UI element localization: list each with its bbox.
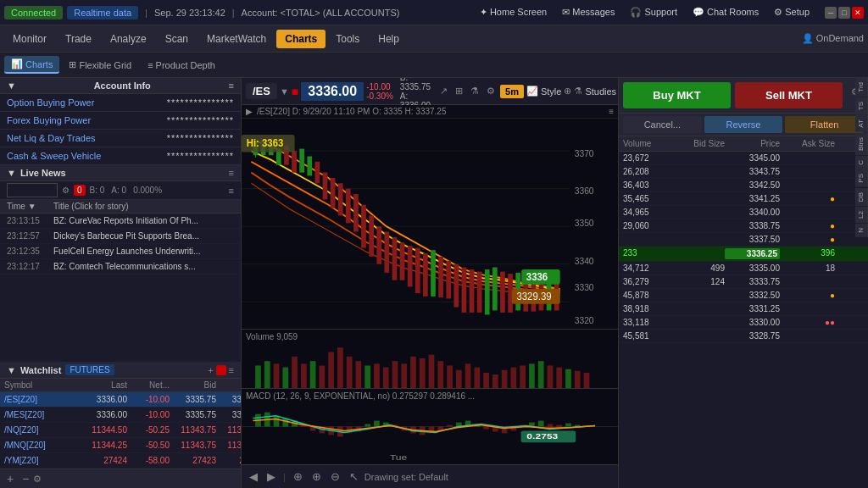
close-btn[interactable]: ✕	[852, 7, 864, 19]
wl-row-2[interactable]: /NQ[Z20] 11344.50 -50.25 11343.75 11344.…	[0, 423, 241, 438]
ob-ask-9	[780, 277, 835, 286]
nav-tools[interactable]: Tools	[327, 30, 368, 48]
chart-info-menu[interactable]: ≡	[609, 107, 614, 116]
ob-row-8[interactable]: 34,712 499 3335.00 18	[619, 262, 868, 275]
chart-symbol[interactable]: /ES	[246, 83, 277, 99]
chart-style-label[interactable]: Style	[541, 86, 561, 97]
setup-btn[interactable]: ⚙ Setup	[770, 5, 814, 19]
news-row-1[interactable]: 23:12:57 Dickey's Barbecue Pit Supports …	[0, 229, 241, 244]
wl-row-3[interactable]: /MNQ[Z20] 11344.25 -50.50 11343.75 11344…	[0, 438, 241, 453]
news-filter-icon[interactable]: ≡	[229, 186, 234, 196]
side-tab-l2[interactable]: L2	[855, 207, 868, 223]
news-search-input[interactable]	[7, 183, 58, 197]
news-row-0[interactable]: 23:13:15 BZ: CureVac Reports Initiation …	[0, 214, 241, 229]
chart-settings-icon[interactable]: ⚙	[484, 84, 498, 98]
chart-copy-icon[interactable]: ⊞	[453, 84, 465, 98]
watchlist-add-icon[interactable]: +	[208, 365, 213, 375]
cancel-button[interactable]: Cancel...	[623, 116, 702, 133]
live-news-collapse-icon[interactable]: ▼	[7, 168, 16, 178]
chart-cursor-icon[interactable]: ⊕	[564, 86, 571, 97]
chart-cursor2-icon[interactable]: ↖	[346, 469, 362, 485]
ob-row-5[interactable]: 29,060 3338.75 ●	[619, 219, 868, 233]
chart-next-icon[interactable]: ▶	[264, 469, 279, 485]
wl-row-1[interactable]: /MES[Z20] 3336.00 -10.00 3335.75 3336.00	[0, 408, 241, 423]
account-info-menu-icon[interactable]: ≡	[229, 80, 234, 91]
ob-row-13[interactable]: 45,581 3328.75	[619, 330, 868, 343]
ob-row-4[interactable]: 34,965 3340.00	[619, 206, 868, 219]
nav-help[interactable]: Help	[370, 30, 408, 48]
chat-rooms-btn[interactable]: 💬 Chat Rooms	[688, 5, 763, 19]
side-tab-ts[interactable]: TS	[855, 97, 868, 114]
chart-zoom-in-icon[interactable]: ⊕	[309, 469, 325, 485]
ob-row-7[interactable]: 233 3336.25 396	[619, 247, 868, 262]
connected-status[interactable]: Connected	[4, 6, 63, 19]
side-tab-trd[interactable]: Trd	[855, 78, 868, 97]
news-row-2[interactable]: 23:12:35 FuelCell Energy Launches Underw…	[0, 244, 241, 259]
news-gear-icon[interactable]: ⚙	[62, 186, 70, 195]
chart-zoom-out-icon[interactable]: ⊖	[327, 469, 343, 485]
ob-row-9[interactable]: 36,279 124 3333.75	[619, 275, 868, 289]
nav-charts[interactable]: Charts	[276, 30, 326, 48]
ob-row-6[interactable]: 3337.50 ●	[619, 233, 868, 247]
ob-row-12[interactable]: 33,118 3330.00 ●●	[619, 316, 868, 330]
side-tab-db[interactable]: DB	[855, 188, 868, 206]
left-add-icon[interactable]: +	[7, 472, 14, 485]
side-tab-ps[interactable]: PS	[855, 169, 868, 187]
wl-symbol-2: /NQ[Z20]	[4, 425, 72, 435]
ob-row-0[interactable]: 23,672 3345.00	[619, 152, 868, 165]
home-screen-btn[interactable]: ✦ Home Screen	[476, 5, 551, 19]
nav-analyze[interactable]: Analyze	[102, 30, 155, 48]
ob-row-11[interactable]: 38,918 3331.25	[619, 302, 868, 316]
wl-row-4[interactable]: /YM[Z20] 27424 -58.00 27423 27425	[0, 453, 241, 469]
chart-change-pct: -0.30%	[366, 92, 393, 101]
chart-timeframe-btn[interactable]: 5m	[500, 85, 524, 98]
side-tab-btns[interactable]: Btns	[855, 133, 868, 155]
realtime-btn[interactable]: Realtime data	[67, 6, 138, 19]
flatten-button[interactable]: Flatten	[785, 116, 864, 133]
sub-product-depth-btn[interactable]: ≡ Product Depth	[141, 58, 222, 73]
left-minus-icon[interactable]: −	[22, 472, 29, 485]
wl-row-0[interactable]: /ES[Z20] 3336.00 -10.00 3335.75 3336.00	[0, 392, 241, 408]
chart-flask-icon[interactable]: ⚗	[468, 84, 481, 98]
ondemand-btn[interactable]: 👤 OnDemand	[802, 33, 864, 44]
ob-row-1[interactable]: 26,208 3343.75	[619, 165, 868, 179]
nav-scan[interactable]: Scan	[157, 30, 197, 48]
reverse-button[interactable]: Reverse	[704, 116, 783, 133]
option-buying-power-label[interactable]: Option Buying Power	[7, 97, 94, 108]
chart-expand-icon[interactable]: ▶	[246, 107, 253, 116]
nav-trade[interactable]: Trade	[57, 30, 100, 48]
messages-btn[interactable]: ✉ Messages	[558, 5, 619, 19]
side-tab-at[interactable]: AT	[855, 115, 868, 132]
account-info-collapse-icon[interactable]: ▼	[7, 80, 16, 91]
left-settings-icon[interactable]: ⚙	[33, 474, 42, 485]
sub-charts-btn[interactable]: 📊 Charts	[4, 56, 59, 74]
ob-row-10[interactable]: 45,878 3332.50 ●	[619, 289, 868, 302]
chart-flask2-icon[interactable]: ⚗	[574, 86, 582, 97]
side-tab-n[interactable]: N	[855, 224, 868, 237]
chart-style-icon[interactable]: 📈	[526, 86, 538, 97]
chart-crosshair-icon[interactable]: ⊕	[290, 469, 306, 485]
chart-prev-icon[interactable]: ◀	[246, 469, 261, 485]
minimize-btn[interactable]: ─	[825, 7, 837, 19]
watchlist-menu-icon[interactable]: ≡	[229, 365, 234, 375]
watchlist-collapse-icon[interactable]: ▼	[7, 365, 16, 375]
chart-main-area[interactable]: Hi: 3363 3336 3329.39 3370 3360 3350 334…	[242, 119, 618, 329]
forex-buying-power-label[interactable]: Forex Buying Power	[7, 115, 91, 125]
buy-mkt-button[interactable]: Buy MKT	[623, 82, 731, 108]
news-row-3[interactable]: 23:12:17 BZ: Comtech Telecommunications …	[0, 259, 241, 274]
net-liq-label[interactable]: Net Liq & Day Trades	[7, 133, 96, 143]
nav-monitor[interactable]: Monitor	[4, 30, 55, 48]
maximize-btn[interactable]: □	[838, 7, 850, 19]
support-btn[interactable]: 🎧 Support	[626, 5, 682, 19]
chart-studies-label[interactable]: Studies	[585, 86, 616, 97]
sell-mkt-button[interactable]: Sell MKT	[735, 82, 843, 108]
nav-marketwatch[interactable]: MarketWatch	[198, 30, 275, 48]
ob-row-2[interactable]: 36,403 3342.50	[619, 179, 868, 192]
chart-share-icon[interactable]: ↗	[437, 84, 450, 98]
sub-flexible-grid-btn[interactable]: ⊞ Flexible Grid	[62, 57, 138, 73]
side-tab-c[interactable]: C	[855, 156, 868, 169]
chart-symbol-dropdown[interactable]: ▼	[280, 86, 289, 97]
ob-row-3[interactable]: 35,465 3341.25 ●	[619, 192, 868, 206]
cash-sweep-label[interactable]: Cash & Sweep Vehicle	[7, 151, 101, 161]
live-news-menu-icon[interactable]: ≡	[229, 168, 234, 178]
